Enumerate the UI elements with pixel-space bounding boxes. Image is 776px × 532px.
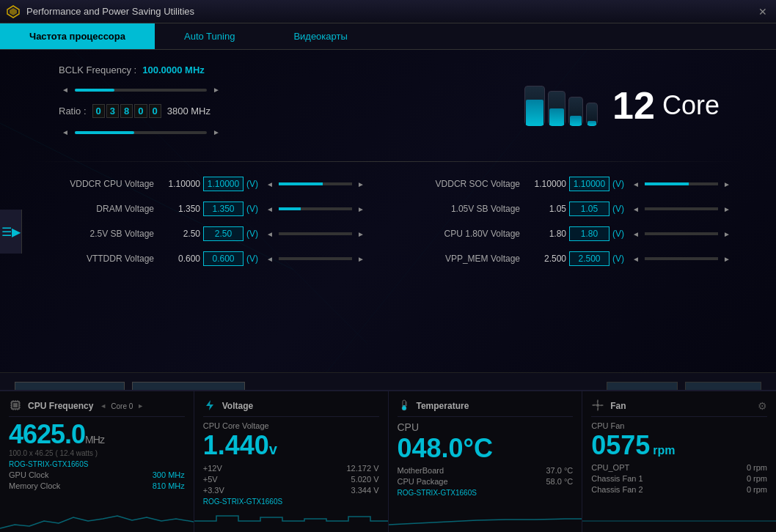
temperature-icon <box>398 399 412 413</box>
voltage-unit-0: (V) <box>246 179 258 189</box>
voltage-input-1[interactable] <box>203 202 244 216</box>
vol-right-r3[interactable]: ► <box>721 254 733 264</box>
svg-rect-6 <box>13 403 18 407</box>
vol-left-0[interactable]: ◄ <box>264 180 276 189</box>
fan-sub-label: CPU Fan <box>591 421 767 430</box>
cpu-freq-device[interactable]: ROG-STRIX-GTX1660S <box>9 460 185 468</box>
temperature-device[interactable]: ROG-STRIX-GTX1660S <box>398 489 574 497</box>
bclk-value: 100.0000 MHz <box>142 64 205 75</box>
fan-big-value: 0575rpm <box>591 430 767 461</box>
bclk-slider-left[interactable]: ◄ <box>59 84 72 95</box>
voltage-input-3[interactable] <box>203 251 244 266</box>
voltage-label-0: VDDCR CPU Voltage <box>59 179 154 189</box>
voltage-title: Voltage <box>222 401 253 411</box>
vol-slider-3[interactable] <box>279 257 352 260</box>
voltage-unit-r0: (V) <box>612 179 624 189</box>
voltage-row-1: DRAM Voltage 1.350 (V) ◄ ► <box>59 202 381 216</box>
cpu-freq-sub-value: 100.0 x 46.25 ( 12.4 watts ) <box>9 449 185 457</box>
v12-row: +12V 12.172 V <box>203 464 379 473</box>
cpu-core-next[interactable]: ► <box>135 402 146 410</box>
battery-fill-2 <box>549 108 564 126</box>
vol-right-r2[interactable]: ► <box>721 229 733 239</box>
vol-left-2[interactable]: ◄ <box>264 229 276 239</box>
vol-slider-0[interactable] <box>279 182 352 185</box>
voltage-row-3: VTTDDR Voltage 0.600 (V) ◄ ► <box>59 251 381 266</box>
ratio-slider-left[interactable]: ◄ <box>59 127 72 138</box>
voltage-row-r1: 1.05V SB Voltage 1.05 (V) ◄ ► <box>425 202 747 216</box>
vol-left-1[interactable]: ◄ <box>264 204 276 214</box>
ratio-slider-fill <box>75 131 134 134</box>
tab-cpu-freq[interactable]: Частота процессора <box>0 23 155 49</box>
voltage-base-3: 0.600 <box>160 254 200 264</box>
fan-icon <box>591 399 606 413</box>
voltage-input-r3[interactable] <box>569 251 610 266</box>
close-button[interactable]: ✕ <box>755 4 770 19</box>
vol-right-r1[interactable]: ► <box>721 204 733 214</box>
voltage-input-r2[interactable] <box>569 226 610 241</box>
core-number: 12 <box>612 84 655 128</box>
memory-clock-row: Memory Clock 810 MHz <box>9 481 185 490</box>
voltage-base-r0: 1.10000 <box>526 179 566 189</box>
vol-right-1[interactable]: ► <box>355 204 367 214</box>
svg-marker-19 <box>206 400 213 410</box>
voltage-row-r3: VPP_MEM Voltage 2.500 (V) ◄ ► <box>425 251 747 266</box>
voltage-label-3: VTTDDR Voltage <box>59 254 154 264</box>
vol-left-r1[interactable]: ◄ <box>630 204 642 214</box>
vol-slider-r0[interactable] <box>645 182 718 185</box>
vol-left-r0[interactable]: ◄ <box>630 180 642 189</box>
tab-gpu[interactable]: Видеокарты <box>264 23 376 49</box>
ratio-digits: 0 3 8 0 0 <box>92 104 161 118</box>
vol-slider-r2[interactable] <box>645 232 718 235</box>
voltage-base-r1: 1.05 <box>526 204 566 214</box>
voltage-input-r1[interactable] <box>569 202 610 216</box>
fan-settings-icon[interactable]: ⚙ <box>758 400 767 412</box>
vol-slider-r3[interactable] <box>645 257 718 260</box>
ratio-slider-right[interactable]: ► <box>210 127 223 138</box>
battery-icon-2 <box>548 91 565 126</box>
voltage-input-r0[interactable] <box>569 177 610 191</box>
ratio-digit-0: 0 <box>92 104 105 118</box>
ratio-slider-track[interactable] <box>75 131 207 134</box>
vol-right-0[interactable]: ► <box>355 180 367 189</box>
bclk-row: BCLK Frequency : 100.0000 MHz <box>59 64 512 75</box>
bclk-slider-fill <box>75 89 114 92</box>
voltage-input-2[interactable] <box>203 226 244 241</box>
app-icon <box>6 4 21 19</box>
voltage-row-r2: CPU 1.80V Voltage 1.80 (V) ◄ ► <box>425 226 747 241</box>
voltage-unit-r1: (V) <box>612 204 624 214</box>
vol-right-2[interactable]: ► <box>355 229 367 239</box>
tab-auto-tuning[interactable]: Auto Tuning <box>155 23 264 49</box>
side-nav-button[interactable]: ☰▶ <box>0 210 22 254</box>
voltage-base-r2: 1.80 <box>526 229 566 239</box>
core-display: 12 Core <box>512 84 732 128</box>
ratio-digit-4: 0 <box>149 104 161 118</box>
vol-slider-2[interactable] <box>279 232 352 235</box>
v5-row: +5V 5.020 V <box>203 475 379 484</box>
voltage-input-0[interactable] <box>203 177 244 191</box>
vol-left-r3[interactable]: ◄ <box>630 254 642 264</box>
voltage-base-1: 1.350 <box>160 204 200 214</box>
chassis-fan2-row: Chassis Fan 2 0 rpm <box>591 485 767 494</box>
motherboard-temp-row: MotherBoard 37.0 °C <box>398 466 574 475</box>
cpu-core-prev[interactable]: ◄ <box>98 402 109 410</box>
v33-row: +3.3V 3.344 V <box>203 486 379 495</box>
voltage-col-right: VDDCR SOC Voltage 1.10000 (V) ◄ ► 1.05V … <box>425 177 747 276</box>
svg-point-22 <box>402 406 406 410</box>
vol-left-r2[interactable]: ◄ <box>630 229 642 239</box>
vol-slider-r1[interactable] <box>645 207 718 210</box>
vol-right-r0[interactable]: ► <box>721 180 733 189</box>
voltage-label-1: DRAM Voltage <box>59 204 154 214</box>
temperature-panel: Temperature CPU 048.0 °C MotherBoard 37.… <box>389 391 583 532</box>
vol-slider-1[interactable] <box>279 207 352 210</box>
battery-fill-4 <box>588 121 596 125</box>
bclk-slider-right[interactable]: ► <box>210 84 223 95</box>
cpu-freq-title: CPU Frequency <box>28 401 93 411</box>
voltage-base-0: 1.10000 <box>160 179 200 189</box>
voltage-device[interactable]: ROG-STRIX-GTX1660S <box>203 498 379 506</box>
vol-right-3[interactable]: ► <box>355 254 367 264</box>
vol-left-3[interactable]: ◄ <box>264 254 276 264</box>
battery-icon-3 <box>568 97 583 126</box>
voltage-row-r0: VDDCR SOC Voltage 1.10000 (V) ◄ ► <box>425 177 747 191</box>
bclk-slider-track[interactable] <box>75 89 207 92</box>
ratio-digit-3: 0 <box>134 104 147 118</box>
